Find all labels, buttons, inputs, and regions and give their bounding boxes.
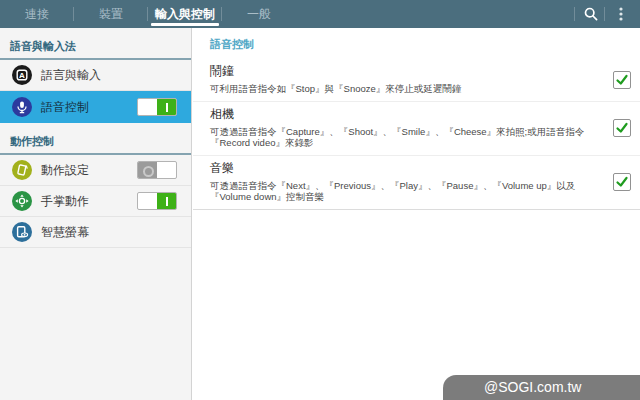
sogi-watermark: @SOGI.com.tw [443,375,640,400]
smart-screen-icon [12,222,32,242]
sidebar-item-label: 語音控制 [41,99,89,116]
sidebar-item-label: 動作設定 [41,162,89,179]
search-button[interactable] [576,0,606,28]
sidebar-item-language-input[interactable]: A 語言與輸入 [0,60,191,91]
sidebar-item-label: 智慧螢幕 [41,224,89,241]
selected-tab-underline [151,23,219,26]
sidebar-item-motion-settings[interactable]: 動作設定 [0,155,191,186]
tab-label: 輸入與控制 [155,6,215,23]
tab-label: 連接 [25,6,49,23]
tab-general[interactable]: 一般 [222,0,296,28]
motion-settings-toggle[interactable] [137,161,177,179]
checkmark-icon [615,73,629,87]
overflow-menu-button[interactable] [606,0,636,28]
sidebar-item-label: 語言與輸入 [41,67,101,84]
sidebar-item-palm-motion[interactable]: 手掌動作 [0,186,191,217]
checkmark-icon [615,121,629,135]
palm-motion-toggle[interactable] [137,192,177,210]
alarm-checkbox[interactable] [613,71,631,89]
voice-control-icon [12,97,32,117]
tab-connections[interactable]: 連接 [0,0,74,28]
sidebar-item-smart-screen[interactable]: 智慧螢幕 [0,217,191,248]
setting-description: 可透過語音指令『Next』、『Previous』、『Play』、『Pause』、… [210,180,588,203]
overflow-menu-icon [613,6,629,22]
setting-row-music[interactable]: 音樂 可透過語音指令『Next』、『Previous』、『Play』、『Paus… [193,156,640,210]
camera-checkbox[interactable] [613,119,631,137]
top-tab-bar: 連接 裝置 輸入與控制 一般 [0,0,640,28]
language-input-icon: A [12,65,32,85]
setting-row-camera[interactable]: 相機 可透過語音指令『Capture』、『Shoot』、『Smile』、『Che… [193,102,640,156]
search-icon [583,6,599,22]
setting-title: 音樂 [210,160,588,177]
sidebar-item-label: 手掌動作 [41,193,89,210]
sidebar-item-voice-control[interactable]: 語音控制 [0,91,191,123]
setting-title: 鬧鐘 [210,63,588,80]
topbar-actions [576,0,640,28]
voice-control-toggle[interactable] [137,98,177,116]
tab-label: 一般 [247,6,271,23]
palm-motion-icon [12,191,32,211]
setting-row-alarm[interactable]: 鬧鐘 可利用語音指令如『Stop』與『Snooze』來停止或延遲鬧鐘 [193,59,640,102]
setting-title: 相機 [210,106,588,123]
svg-text:A: A [19,71,25,80]
settings-sidebar: 語音與輸入法 A 語言與輸入 語音控制 動作控制 [0,28,192,400]
panel-title: 語音控制 [193,28,640,59]
tab-label: 裝置 [99,6,123,23]
voice-control-panel: 語音控制 鬧鐘 可利用語音指令如『Stop』與『Snooze』來停止或延遲鬧鐘 … [193,28,640,400]
music-checkbox[interactable] [613,173,631,191]
setting-description: 可利用語音指令如『Stop』與『Snooze』來停止或延遲鬧鐘 [210,83,588,95]
setting-description: 可透過語音指令『Capture』、『Shoot』、『Smile』、『Cheese… [210,126,588,149]
motion-settings-icon [12,160,32,180]
tab-input-and-control[interactable]: 輸入與控制 [148,0,222,28]
tab-device[interactable]: 裝置 [74,0,148,28]
section-header-voice-input: 語音與輸入法 [0,36,191,60]
section-header-motion-control: 動作控制 [0,131,191,155]
checkmark-icon [615,175,629,189]
